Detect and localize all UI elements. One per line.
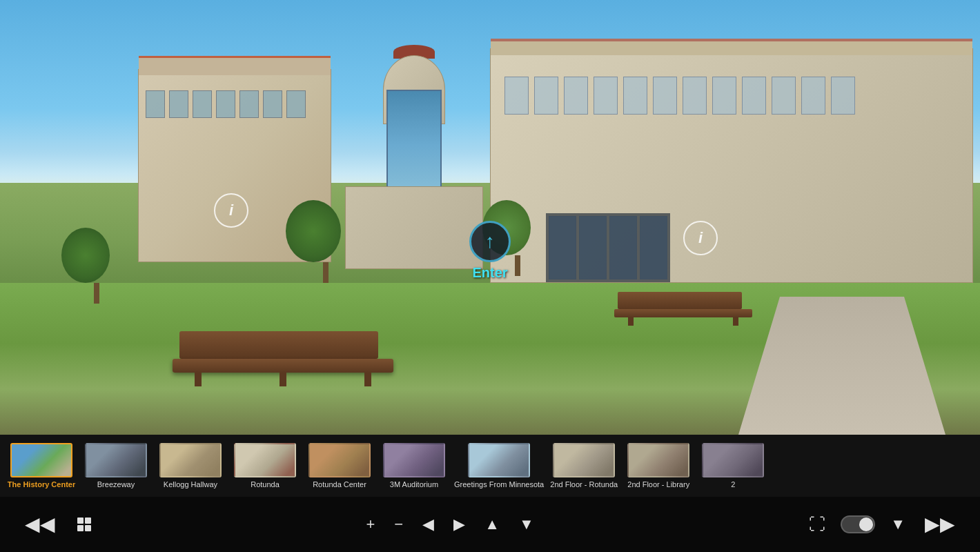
thumbnail-item-rotunda-center[interactable]: Rotunda Center [305,443,374,489]
info-hotspot-right[interactable]: i [683,221,718,255]
bench-leg [280,373,286,386]
building-right [490,48,973,283]
thumbnail-image-2nd-rotunda [553,443,615,477]
thumbnail-image-greetings-mn [468,443,530,477]
thumbnail-item-2nd-rotunda[interactable]: 2nd Floor - Rotunda [549,443,618,489]
thumbnail-strip: The History CenterBreezewayKellogg Hallw… [0,435,980,497]
thumbnail-image-history-center [10,443,72,477]
building-center-rotunda [345,55,483,269]
window [742,77,766,115]
dropdown-button[interactable]: ▼ [886,513,910,536]
info-icon-left: i [229,201,233,219]
controls-center: + − ◀ ▶ ▲ ▼ [362,513,538,536]
right-windows-row [504,77,855,115]
thumbnail-image-kellogg-hallway [159,443,222,477]
tree [311,200,341,283]
building-complex [83,41,980,304]
thumbnail-label-2: 2 [731,480,735,489]
grid-cell [85,518,91,524]
window [169,90,188,118]
grid-cell [77,518,84,524]
toggle-button[interactable] [841,515,875,533]
pan-up-button[interactable]: ▲ [480,513,504,536]
zoom-in-button[interactable]: + [362,513,379,536]
window [594,77,618,115]
pan-down-button[interactable]: ▼ [515,513,538,536]
forward-button[interactable]: ▶▶ [921,511,959,538]
thumbnail-item-kellogg-hallway[interactable]: Kellogg Hallway [156,443,225,489]
panorama-view[interactable]: i i ↑ Enter [0,0,980,435]
window [146,90,165,118]
thumbnail-label-2nd-library: 2nd Floor - Library [627,480,689,489]
thumbnail-item-2nd-library[interactable]: 2nd Floor - Library [624,443,693,489]
thumbnail-item-3m-auditorium[interactable]: 3M Auditorium [380,443,449,489]
grid-cell [85,525,91,531]
thumbnail-label-greetings-mn: Greetings From Minnesota [454,480,544,489]
door-panel [579,216,607,279]
thumbnail-image-breezeway [85,443,147,477]
fullscreen-button[interactable]: ⛶ [805,512,830,537]
thumbnail-item-history-center[interactable]: The History Center [7,443,76,489]
grid-button[interactable] [73,513,95,535]
bench-right [614,262,752,345]
thumbnail-item-breezeway[interactable]: Breezeway [81,443,150,489]
thumbnail-item-2[interactable]: 2 [698,443,767,489]
window [623,77,647,115]
bench-seat [614,309,752,317]
enter-circle: ↑ [469,221,511,262]
tree-trunk [323,262,329,283]
window [534,77,558,115]
thumbnail-item-rotunda[interactable]: Rotunda [231,443,300,489]
thumbnail-label-kellogg-hallway: Kellogg Hallway [164,480,217,489]
bench-left [173,290,393,414]
controls-bar: ◀◀ + − ◀ ▶ ▲ ▼ ⛶ ▼ ▶▶ [0,497,980,552]
grid-cell [77,525,84,531]
pan-right-button[interactable]: ▶ [449,513,469,536]
window [831,77,855,115]
info-hotspot-left[interactable]: i [214,193,248,228]
building-left-windows [146,90,324,118]
thumbnail-label-rotunda: Rotunda [251,480,280,489]
rewind-button[interactable]: ◀◀ [21,511,59,538]
bench-leg [628,317,634,326]
bench-leg [195,373,202,386]
thumbnail-label-3m-auditorium: 3M Auditorium [390,480,438,489]
thumbnail-label-history-center: The History Center [8,480,75,489]
thumbnail-image-rotunda [234,443,296,477]
controls-right: ⛶ ▼ ▶▶ [805,511,959,538]
thumbnail-label-breezeway: Breezeway [97,480,135,489]
tree [83,228,110,304]
window [193,90,212,118]
thumbnail-image-3m-auditorium [383,443,445,477]
bench-back [618,292,742,309]
bench-seat [173,359,393,373]
thumbnail-item-greetings-mn[interactable]: Greetings From Minnesota [454,443,544,489]
enter-hotspot[interactable]: ↑ Enter [469,221,511,281]
bench-leg [364,373,371,386]
rotunda-base [345,186,483,269]
window [504,77,529,115]
window [216,90,235,118]
thumbnail-image-2 [702,443,764,477]
thumbnail-image-rotunda-center [308,443,371,477]
window [263,90,282,118]
window [286,90,306,118]
tree-trunk [515,255,520,276]
enter-arrow-icon: ↑ [485,230,495,253]
bench-back [179,331,378,359]
tree-canopy [286,200,341,262]
tree-canopy [61,228,110,283]
window [772,77,796,115]
thumbnail-image-2nd-library [627,443,689,477]
bench-legs [628,317,738,326]
controls-left: ◀◀ [21,511,95,538]
tree-trunk [94,283,99,304]
window [239,90,259,118]
rotunda-glass [386,90,442,200]
pan-left-button[interactable]: ◀ [418,513,438,536]
info-icon-right: i [698,229,703,247]
door-panel [549,216,576,279]
window [712,77,736,115]
window [683,77,707,115]
zoom-out-button[interactable]: − [390,513,407,536]
